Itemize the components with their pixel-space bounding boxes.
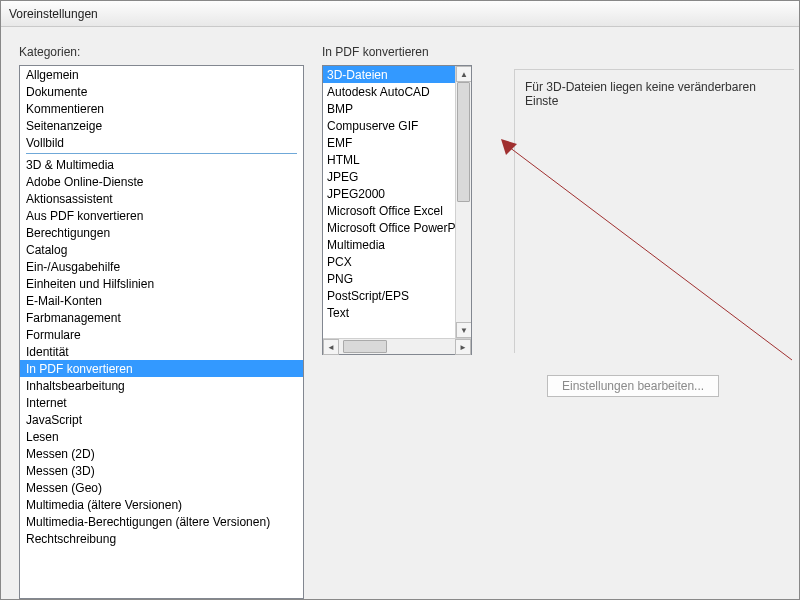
format-item[interactable]: JPEG2000 [323,185,455,202]
category-item[interactable]: Adobe Online-Dienste [20,173,303,190]
category-item[interactable]: Vollbild [20,134,303,151]
format-item[interactable]: Multimedia [323,236,455,253]
preferences-dialog: Voreinstellungen Kategorien: AllgemeinDo… [0,0,800,600]
category-item[interactable]: Messen (Geo) [20,479,303,496]
window-title: Voreinstellungen [9,7,98,21]
format-item[interactable]: Microsoft Office PowerPoint [323,219,455,236]
category-item[interactable]: Formulare [20,326,303,343]
category-item[interactable]: Identität [20,343,303,360]
hscroll-thumb[interactable] [343,340,387,353]
categories-listbox[interactable]: AllgemeinDokumenteKommentierenSeitenanze… [19,65,304,599]
categories-label: Kategorien: [19,45,304,59]
convert-label: In PDF konvertieren [322,45,799,59]
category-item[interactable]: Aktionsassistent [20,190,303,207]
formats-listbox[interactable]: 3D-DateienAutodesk AutoCADBMPCompuserve … [322,65,472,355]
scroll-down-button[interactable]: ▼ [456,322,471,338]
category-item[interactable]: 3D & Multimedia [20,156,303,173]
edit-settings-button[interactable]: Einstellungen bearbeiten... [547,375,719,397]
category-item[interactable]: Farbmanagement [20,309,303,326]
format-item[interactable]: HTML [323,151,455,168]
settings-description: Für 3D-Dateien liegen keine veränderbare… [514,69,794,353]
format-item[interactable]: Microsoft Office Excel [323,202,455,219]
scroll-left-button[interactable]: ◄ [323,339,339,355]
format-item[interactable]: EMF [323,134,455,151]
category-item[interactable]: In PDF konvertieren [20,360,303,377]
category-item[interactable]: Messen (3D) [20,462,303,479]
format-item[interactable]: Text [323,304,455,321]
format-item[interactable]: PostScript/EPS [323,287,455,304]
category-item[interactable]: Kommentieren [20,100,303,117]
category-item[interactable]: Messen (2D) [20,445,303,462]
category-item[interactable]: Allgemein [20,66,303,83]
category-item[interactable]: Ein-/Ausgabehilfe [20,258,303,275]
format-item[interactable]: 3D-Dateien [323,66,455,83]
category-item[interactable]: Aus PDF konvertieren [20,207,303,224]
formats-vertical-scrollbar[interactable]: ▲ ▼ [455,66,471,338]
format-item[interactable]: JPEG [323,168,455,185]
category-item[interactable]: Internet [20,394,303,411]
category-item[interactable]: Seitenanzeige [20,117,303,134]
scroll-thumb[interactable] [457,82,470,202]
category-item[interactable]: JavaScript [20,411,303,428]
category-item[interactable]: Einheiten und Hilfslinien [20,275,303,292]
formats-horizontal-scrollbar[interactable]: ◄ ► [323,338,471,354]
format-item[interactable]: PCX [323,253,455,270]
category-item[interactable]: Multimedia-Berechtigungen (ältere Versio… [20,513,303,530]
scroll-right-button[interactable]: ► [455,339,471,355]
format-item[interactable]: Autodesk AutoCAD [323,83,455,100]
category-item[interactable]: Rechtschreibung [20,530,303,547]
format-item[interactable]: BMP [323,100,455,117]
category-item[interactable]: Catalog [20,241,303,258]
category-item[interactable]: E-Mail-Konten [20,292,303,309]
format-item[interactable]: Compuserve GIF [323,117,455,134]
scroll-up-button[interactable]: ▲ [456,66,471,82]
titlebar[interactable]: Voreinstellungen [1,1,799,27]
format-item[interactable]: PNG [323,270,455,287]
category-item[interactable]: Lesen [20,428,303,445]
category-item[interactable]: Multimedia (ältere Versionen) [20,496,303,513]
category-item[interactable]: Berechtigungen [20,224,303,241]
category-item[interactable]: Dokumente [20,83,303,100]
category-item[interactable]: Inhaltsbearbeitung [20,377,303,394]
